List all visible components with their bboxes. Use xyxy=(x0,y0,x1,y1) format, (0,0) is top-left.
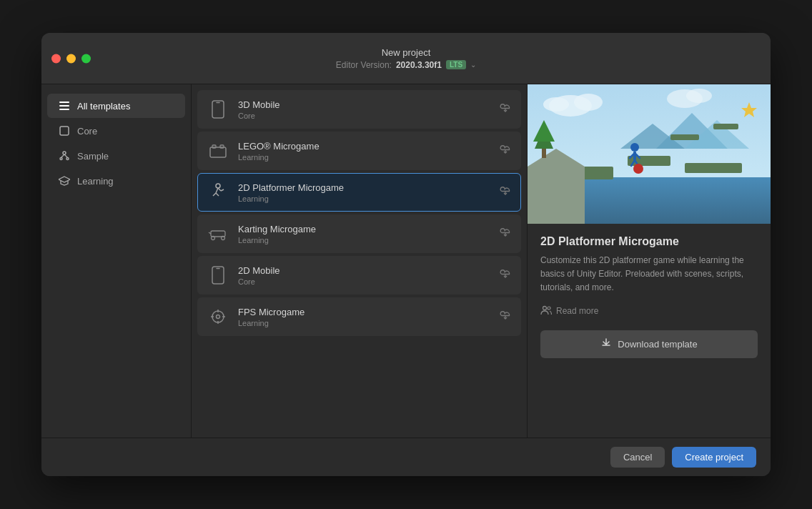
template-info-fps: FPS Microgame Learning xyxy=(238,307,499,327)
svg-rect-1 xyxy=(59,105,69,107)
people-icon xyxy=(540,305,552,317)
download-template-label: Download template xyxy=(618,339,697,350)
template-name-2d-mobile: 2D Mobile xyxy=(238,265,499,276)
template-info-karting: Karting Microgame Learning xyxy=(238,224,499,244)
template-info-3d-mobile: 3D Mobile Core xyxy=(238,99,499,120)
templates-list: 3D Mobile Core xyxy=(192,84,528,438)
svg-point-41 xyxy=(574,94,603,111)
svg-point-17 xyxy=(216,184,220,188)
chevron-down-icon[interactable]: ⌄ xyxy=(470,61,476,69)
template-item-2d-platformer[interactable]: 2D Platformer Microgame Learning xyxy=(197,173,521,212)
svg-rect-64 xyxy=(670,134,699,140)
read-more-row: Read more xyxy=(540,305,758,317)
svg-rect-2 xyxy=(59,109,69,110)
template-info-lego: LEGO® Microgame Learning xyxy=(238,141,499,162)
template-name-2d-platformer: 2D Platformer Microgame xyxy=(238,182,499,193)
phone2-icon xyxy=(207,264,229,287)
template-item-3d-mobile[interactable]: 3D Mobile Core xyxy=(197,90,521,129)
phone-icon xyxy=(207,98,229,121)
svg-point-33 xyxy=(217,315,220,319)
svg-line-20 xyxy=(216,193,219,196)
svg-point-62 xyxy=(633,164,643,174)
main-window: New project Editor Version: 2020.3.30f1 … xyxy=(41,33,771,476)
cloud-download-icon-lego xyxy=(499,144,512,158)
svg-line-22 xyxy=(221,189,224,191)
template-item-fps-microgame[interactable]: FPS Microgame Learning xyxy=(197,297,521,336)
list-icon xyxy=(59,100,70,112)
detail-info: 2D Platformer Microgame Customize this 2… xyxy=(528,224,771,438)
sidebar-item-all-templates[interactable]: All templates xyxy=(47,94,185,118)
svg-point-67 xyxy=(548,307,550,310)
svg-rect-29 xyxy=(212,267,224,284)
create-project-button[interactable]: Create project xyxy=(672,447,756,468)
template-category-3d-mobile: Core xyxy=(238,112,499,120)
download-icon xyxy=(600,337,612,351)
svg-line-19 xyxy=(213,193,216,196)
svg-rect-51 xyxy=(685,163,742,173)
svg-rect-15 xyxy=(220,145,224,148)
svg-point-32 xyxy=(212,311,224,322)
template-item-lego-microgame[interactable]: LEGO® Microgame Learning xyxy=(197,132,521,170)
sidebar-item-all-templates-label: All templates xyxy=(77,101,130,112)
runner-icon xyxy=(207,181,229,204)
maximize-button[interactable] xyxy=(81,54,91,63)
template-item-2d-mobile[interactable]: 2D Mobile Core xyxy=(197,256,521,295)
crosshair-icon xyxy=(207,305,229,328)
sidebar-item-sample-label: Sample xyxy=(77,151,109,162)
svg-point-5 xyxy=(60,158,62,160)
detail-description: Customize this 2D platformer game while … xyxy=(540,254,758,295)
svg-point-56 xyxy=(630,143,639,152)
sidebar-item-core-label: Core xyxy=(77,126,97,137)
template-category-karting: Learning xyxy=(238,236,499,244)
svg-rect-0 xyxy=(59,102,69,103)
close-button[interactable] xyxy=(51,54,61,63)
svg-line-8 xyxy=(64,154,68,158)
template-name-3d-mobile: 3D Mobile xyxy=(238,99,499,110)
svg-rect-3 xyxy=(60,127,69,135)
editor-version-row: Editor Version: 2020.3.30f1 LTS ⌄ xyxy=(336,60,476,70)
sidebar-item-learning[interactable]: Learning xyxy=(47,169,185,193)
window-title: New project xyxy=(382,46,431,59)
cloud-download-icon-3d-mobile xyxy=(499,102,512,117)
svg-rect-24 xyxy=(211,231,225,237)
sidebar-item-core[interactable]: Core xyxy=(47,119,185,143)
template-category-lego: Learning xyxy=(238,153,499,162)
template-info-2d-platformer: 2D Platformer Microgame Learning xyxy=(238,182,499,203)
cloud-download-icon-karting xyxy=(499,227,512,241)
svg-rect-13 xyxy=(210,147,226,157)
footer: Cancel Create project xyxy=(41,438,771,476)
cloud-download-icon-2d-platformer xyxy=(499,185,512,199)
svg-line-21 xyxy=(218,188,221,191)
template-name-karting: Karting Microgame xyxy=(238,224,499,234)
detail-title: 2D Platformer Microgame xyxy=(540,235,758,248)
svg-line-7 xyxy=(61,154,65,158)
template-item-karting-microgame[interactable]: Karting Microgame Learning xyxy=(197,214,521,253)
detail-panel: 2D Platformer Microgame Customize this 2… xyxy=(528,84,771,438)
editor-version-label: Editor Version: xyxy=(336,60,392,70)
read-more-link[interactable]: Read more xyxy=(556,306,598,316)
svg-point-4 xyxy=(63,152,66,154)
svg-point-66 xyxy=(543,306,547,310)
kart-icon xyxy=(207,222,229,245)
svg-point-44 xyxy=(686,89,712,103)
template-category-fps: Learning xyxy=(238,319,499,327)
svg-line-18 xyxy=(216,188,218,193)
svg-point-42 xyxy=(543,97,569,112)
template-name-fps: FPS Microgame xyxy=(238,307,499,317)
network-icon xyxy=(59,150,70,162)
template-name-lego: LEGO® Microgame xyxy=(238,141,499,152)
cloud-download-icon-fps xyxy=(499,310,512,324)
graduation-icon xyxy=(59,175,70,187)
svg-rect-10 xyxy=(212,101,224,118)
minimize-button[interactable] xyxy=(66,54,76,63)
sidebar-item-learning-label: Learning xyxy=(77,176,114,187)
svg-rect-14 xyxy=(212,145,216,148)
titlebar: New project Editor Version: 2020.3.30f1 … xyxy=(41,33,771,84)
svg-point-6 xyxy=(66,158,69,160)
cancel-button[interactable]: Cancel xyxy=(610,447,665,468)
sidebar: All templates Core xyxy=(41,84,192,438)
main-content: All templates Core xyxy=(41,84,771,438)
download-template-button[interactable]: Download template xyxy=(540,330,758,358)
lts-badge: LTS xyxy=(446,60,466,69)
sidebar-item-sample[interactable]: Sample xyxy=(47,144,185,168)
